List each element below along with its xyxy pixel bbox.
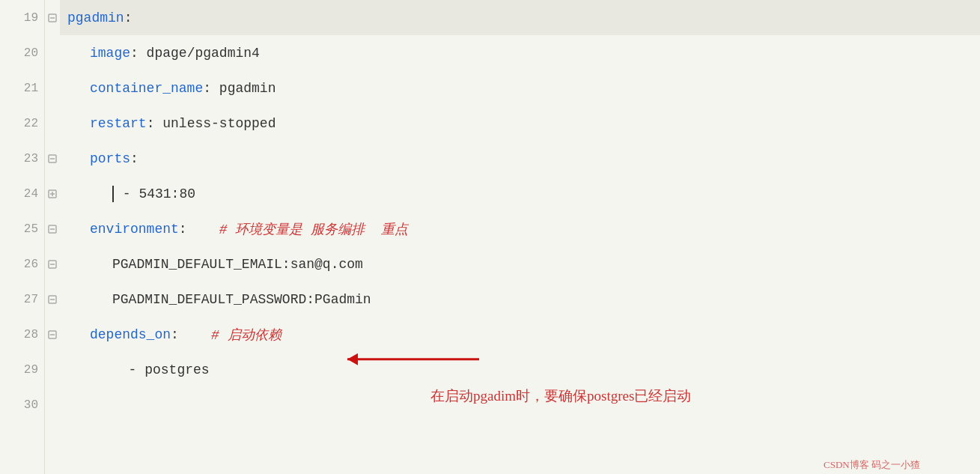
line-number: 20 xyxy=(0,35,44,70)
line-number: 26 xyxy=(0,246,44,282)
line-number: 22 xyxy=(0,106,44,141)
code-line: PGADMIN_DEFAULT_EMAIL:san@q.com xyxy=(60,246,980,282)
code-line: - postgres xyxy=(60,352,980,387)
fold-indicator[interactable] xyxy=(45,211,60,246)
code-token: image xyxy=(90,46,130,61)
code-token: depends_on xyxy=(90,327,171,342)
fold-indicator[interactable] xyxy=(45,317,60,352)
code-token: : dpage/pgadmin4 xyxy=(130,46,260,61)
fold-indicator xyxy=(45,387,60,422)
code-token: : xyxy=(124,10,133,25)
fold-gutter xyxy=(45,0,60,474)
code-token: : pgadmin xyxy=(203,81,276,96)
line-number: 30 xyxy=(0,387,44,422)
line-number: 24 xyxy=(0,176,44,211)
code-token: environment xyxy=(90,222,179,237)
code-token: pgadmin xyxy=(67,10,124,25)
fold-indicator[interactable] xyxy=(45,282,60,317)
code-line: ports: xyxy=(60,141,980,176)
fold-indicator[interactable] xyxy=(45,246,60,282)
code-token: PGADMIN_DEFAULT_EMAIL:san@q.com xyxy=(112,257,363,272)
code-line: - 5431:80 xyxy=(60,176,980,211)
line-number: 23 xyxy=(0,141,44,176)
code-line: pgadmin: xyxy=(60,0,980,35)
line-number: 21 xyxy=(0,70,44,106)
code-line xyxy=(60,387,980,422)
code-token: PGADMIN_DEFAULT_PASSWORD:PGadmin xyxy=(112,292,371,307)
line-number: 28 xyxy=(0,317,44,352)
code-line: restart: unless-stopped xyxy=(60,106,980,141)
code-token: - 5431:80 xyxy=(115,186,195,201)
editor-container: 192021222324252627282930 pgadmin:image: … xyxy=(0,0,980,474)
code-token: - postgres xyxy=(112,362,210,377)
line-number: 27 xyxy=(0,282,44,317)
line-number: 25 xyxy=(0,211,44,246)
code-token: # 启动依赖 xyxy=(179,326,281,344)
code-line: container_name: pgadmin xyxy=(60,70,980,106)
fold-indicator[interactable] xyxy=(45,141,60,176)
fold-indicator xyxy=(45,106,60,141)
fold-indicator[interactable] xyxy=(45,0,60,35)
code-token: : xyxy=(130,151,139,166)
line-number: 19 xyxy=(0,0,44,35)
code-token: restart xyxy=(90,116,147,131)
text-cursor xyxy=(112,186,114,202)
code-token: container_name xyxy=(90,81,203,96)
editor-wrapper: 192021222324252627282930 pgadmin:image: … xyxy=(0,0,980,474)
code-token: : xyxy=(179,222,187,237)
line-numbers: 192021222324252627282930 xyxy=(0,0,45,474)
code-token: # 环境变量是 服务编排 重点 xyxy=(187,220,408,238)
fold-indicator xyxy=(45,352,60,387)
fold-indicator xyxy=(45,35,60,70)
code-line: depends_on: # 启动依赖 xyxy=(60,317,980,352)
code-token: : unless-stopped xyxy=(147,116,276,131)
code-token: : xyxy=(171,327,179,342)
code-token: ports xyxy=(90,151,130,166)
code-line: PGADMIN_DEFAULT_PASSWORD:PGadmin xyxy=(60,282,980,317)
fold-indicator xyxy=(45,70,60,106)
line-number: 29 xyxy=(0,352,44,387)
code-line: environment: # 环境变量是 服务编排 重点 xyxy=(60,211,980,246)
code-line: image: dpage/pgadmin4 xyxy=(60,35,980,70)
code-area: pgadmin:image: dpage/pgadmin4container_n… xyxy=(60,0,980,474)
fold-indicator[interactable] xyxy=(45,176,60,211)
